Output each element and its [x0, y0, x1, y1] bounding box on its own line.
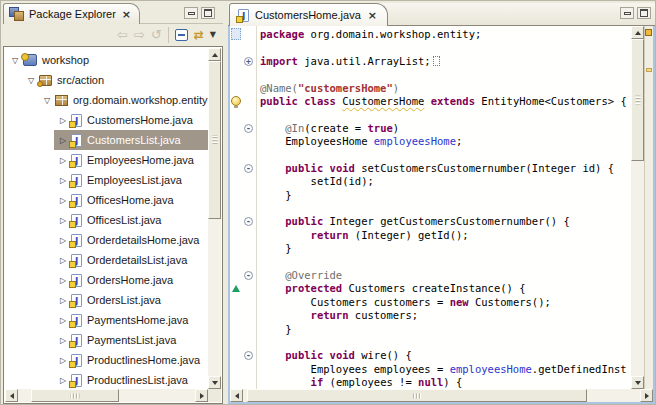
forward-button[interactable]: ⇨ — [134, 27, 145, 43]
tree-item-employeeslist-java[interactable]: ▷EmployeesList.java — [5, 170, 208, 190]
tree-vertical-scroll-thumb[interactable] — [208, 61, 221, 219]
editor-horizontal-scroll-thumb[interactable] — [247, 389, 587, 402]
code-line[interactable]: } — [230, 189, 631, 202]
code-line[interactable]: Customers customers = new Customers(); — [230, 296, 631, 309]
tree-item-officeshome-java[interactable]: ▷OfficesHome.java — [5, 190, 208, 210]
close-view-icon[interactable]: × — [121, 8, 132, 21]
code-line[interactable] — [230, 108, 631, 121]
tree-item-org-domain-workshop-entity[interactable]: ▽org.domain.workshop.entity — [5, 90, 208, 110]
editor-scroll-right-button[interactable] — [640, 389, 653, 402]
tree-vertical-scrollbar[interactable] — [208, 48, 221, 389]
fold-collapse-icon[interactable]: - — [244, 271, 253, 280]
tree-horizontal-scrollbar[interactable] — [5, 389, 208, 402]
collapse-arrow-icon[interactable]: ▽ — [9, 56, 21, 65]
editor-scroll-left-button[interactable] — [230, 389, 243, 402]
warning-summary-marker[interactable] — [645, 29, 652, 36]
code-line[interactable]: - public void wire() { — [230, 349, 631, 362]
expand-arrow-icon[interactable]: ▷ — [57, 376, 69, 385]
tree-item-employeeshome-java[interactable]: ▷EmployeesHome.java — [5, 150, 208, 170]
code-line[interactable]: public class CustomersHome extends Entit… — [230, 95, 631, 108]
collapse-arrow-icon[interactable]: ▽ — [25, 76, 37, 85]
code-line[interactable]: return customers; — [230, 309, 631, 322]
package-explorer-view-tab[interactable]: Package Explorer × — [3, 3, 140, 24]
expand-arrow-icon[interactable]: ▷ — [57, 156, 69, 165]
folded-region-cursor-box[interactable] — [433, 56, 440, 66]
close-editor-icon[interactable]: × — [367, 9, 378, 22]
code-line[interactable]: Employees employees = employeesHome.getD… — [230, 363, 631, 376]
tree-scroll-up-button[interactable] — [208, 48, 221, 61]
collapse-arrow-icon[interactable]: ▽ — [41, 96, 53, 105]
code-line[interactable]: - public void setCustomersCustomernumber… — [230, 162, 631, 175]
code-line[interactable]: EmployeesHome employeesHome; — [230, 135, 631, 148]
editor-scroll-down-button[interactable] — [631, 376, 644, 389]
code-line[interactable] — [230, 202, 631, 215]
code-line[interactable] — [230, 41, 631, 54]
code-line[interactable]: } — [230, 323, 631, 336]
expand-arrow-icon[interactable]: ▷ — [57, 176, 69, 185]
warning-lightbulb-icon[interactable] — [231, 96, 241, 107]
expand-arrow-icon[interactable]: ▷ — [57, 316, 69, 325]
fold-collapse-icon[interactable]: - — [244, 164, 253, 173]
code-line[interactable]: setId(id); — [230, 175, 631, 188]
code-line[interactable] — [230, 336, 631, 349]
editor-vertical-scrollbar[interactable] — [631, 26, 644, 389]
expand-arrow-icon[interactable]: ▷ — [57, 196, 69, 205]
tree-item-officeslist-java[interactable]: ▷OfficesList.java — [5, 210, 208, 230]
expand-arrow-icon[interactable]: ▷ — [57, 116, 69, 125]
editor-scroll-up-button[interactable] — [631, 26, 644, 39]
expand-arrow-icon[interactable]: ▷ — [57, 356, 69, 365]
tree-item-customershome-java[interactable]: ▷CustomersHome.java — [5, 110, 208, 130]
warning-line-marker[interactable] — [646, 68, 652, 72]
back-button[interactable]: ⇦ — [117, 27, 128, 43]
tree-item-customerslist-java[interactable]: ▷CustomersList.java — [5, 130, 208, 150]
code-area[interactable]: package org.domain.workshop.entity;+impo… — [230, 26, 631, 389]
expand-arrow-icon[interactable]: ▷ — [57, 336, 69, 345]
tree-item-productlineslist-java[interactable]: ▷ProductlinesList.java — [5, 370, 208, 389]
expand-arrow-icon[interactable]: ▷ — [57, 256, 69, 265]
up-button[interactable]: ↺ — [151, 27, 162, 43]
maximize-editor-button[interactable] — [637, 7, 651, 19]
code-line[interactable] — [230, 256, 631, 269]
editor-tab-customershome[interactable]: CustomersHome.java × — [229, 3, 388, 26]
code-line[interactable]: - public Integer getCustomersCustomernum… — [230, 215, 631, 228]
tree-item-paymentshome-java[interactable]: ▷PaymentsHome.java — [5, 310, 208, 330]
expand-arrow-icon[interactable]: ▷ — [57, 216, 69, 225]
code-line[interactable]: return (Integer) getId(); — [230, 229, 631, 242]
expand-arrow-icon[interactable]: ▷ — [57, 296, 69, 305]
overview-ruler[interactable] — [644, 26, 653, 389]
tree-horizontal-scroll-thumb[interactable] — [31, 389, 119, 402]
fold-collapse-icon[interactable]: - — [244, 217, 253, 226]
maximize-view-button[interactable] — [201, 7, 215, 19]
tree-item-orderdetailslist-java[interactable]: ▷OrderdetailsList.java — [5, 250, 208, 270]
fold-expand-icon[interactable]: + — [244, 57, 253, 66]
tree-item-productlineshome-java[interactable]: ▷ProductlinesHome.java — [5, 350, 208, 370]
code-line[interactable]: @Name("customersHome") — [230, 82, 631, 95]
fold-collapse-icon[interactable]: - — [244, 124, 253, 133]
tree-item-workshop[interactable]: ▽workshop — [5, 50, 208, 70]
tree-item-paymentslist-java[interactable]: ▷PaymentsList.java — [5, 330, 208, 350]
editor-horizontal-scrollbar[interactable] — [230, 389, 653, 402]
tree-item-orderslist-java[interactable]: ▷OrdersList.java — [5, 290, 208, 310]
code-line[interactable]: if (employees != null) { — [230, 376, 631, 389]
tree-item-src-action[interactable]: ▽src/action — [5, 70, 208, 90]
collapse-all-button[interactable] — [175, 29, 188, 41]
minimize-editor-button[interactable] — [620, 7, 634, 19]
code-line[interactable] — [230, 149, 631, 162]
tree-scroll-down-button[interactable] — [208, 376, 221, 389]
view-menu-button[interactable]: ▼ — [210, 27, 216, 43]
tree-item-ordershome-java[interactable]: ▷OrdersHome.java — [5, 270, 208, 290]
tree-scroll-right-button[interactable] — [195, 389, 208, 402]
editor-vertical-scroll-thumb[interactable] — [631, 39, 644, 161]
code-line[interactable] — [230, 68, 631, 81]
expand-arrow-icon[interactable]: ▷ — [57, 276, 69, 285]
expand-arrow-icon[interactable]: ▷ — [57, 136, 69, 145]
code-line[interactable]: protected Customers createInstance() { — [230, 282, 631, 295]
code-line[interactable]: package org.domain.workshop.entity; — [230, 28, 631, 41]
minimize-view-button[interactable] — [184, 7, 198, 19]
code-line[interactable]: } — [230, 242, 631, 255]
tree-scroll-left-button[interactable] — [5, 389, 18, 402]
expand-arrow-icon[interactable]: ▷ — [57, 236, 69, 245]
code-line[interactable]: - @Override — [230, 269, 631, 282]
link-with-editor-button[interactable]: ⇄ — [194, 27, 204, 43]
code-line[interactable]: +import java.util.ArrayList; — [230, 55, 631, 68]
